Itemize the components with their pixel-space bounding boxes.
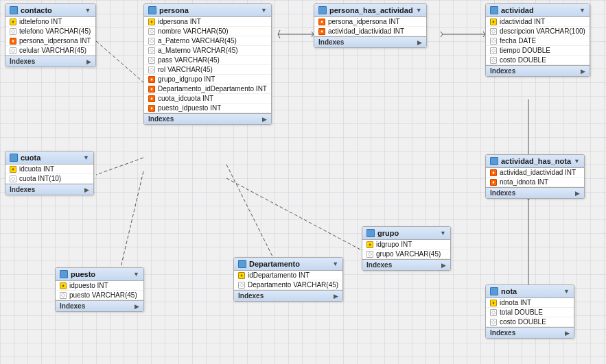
table-header-Departamento[interactable]: Departamento ▼ [234, 258, 342, 271]
svg-line-8 [441, 34, 443, 37]
field-icon-regular: ◇ [490, 319, 497, 326]
svg-line-17 [226, 165, 275, 260]
table-indexes-nota[interactable]: Indexes ▶ [486, 327, 574, 338]
table-indexes-actividad[interactable]: Indexes ▶ [486, 65, 590, 76]
field-icon-fk: ♦ [490, 179, 497, 186]
table-header-contacto[interactable]: contacto ▼ [5, 4, 95, 17]
table-field: ♦idnota INT [486, 298, 574, 308]
table-indexes-grupo[interactable]: Indexes ▶ [362, 259, 450, 270]
field-label: fecha DATE [500, 37, 536, 45]
field-label: nombre VARCHAR(50) [158, 27, 229, 35]
table-field: ♦cuota_idcuota INT [144, 94, 271, 104]
table-field: ◇celular VARCHAR(45) [5, 46, 95, 56]
indexes-label: Indexes [490, 67, 515, 75]
field-icon-regular: ◇ [10, 28, 16, 35]
table-header-actividad[interactable]: actividad ▼ [486, 4, 590, 17]
table-field: ◇puesto VARCHAR(45) [56, 291, 143, 300]
field-icon-regular: ◇ [490, 28, 497, 35]
table-indexes-persona[interactable]: Indexes ▶ [144, 113, 271, 124]
table-field: ◇Departamento VARCHAR(45) [234, 280, 342, 290]
table-arrow-grupo: ▼ [440, 230, 446, 236]
indexes-arrow: ▶ [84, 186, 89, 193]
field-icon-regular: ◇ [148, 57, 155, 64]
table-icon-persona [148, 6, 156, 14]
table-title-puesto: puesto [71, 270, 130, 278]
indexes-label: Indexes [10, 58, 35, 65]
field-icon-fk: ♦ [10, 38, 16, 45]
indexes-arrow: ▶ [135, 303, 139, 310]
table-field: ♦idpersona INT [144, 17, 271, 27]
indexes-label: Indexes [318, 38, 344, 46]
table-header-persona_has_actividad[interactable]: persona_has_actividad ▼ [314, 4, 426, 17]
table-field: ◇fecha DATE [486, 36, 590, 46]
table-title-persona: persona [159, 6, 258, 14]
table-field: ◇descripcion VARCHAR(100) [486, 27, 590, 36]
field-label: idactividad INT [500, 18, 545, 25]
field-label: idnota INT [500, 299, 531, 306]
table-icon-actividad [490, 6, 498, 14]
field-icon-regular: ◇ [490, 38, 497, 45]
field-label: descripcion VARCHAR(100) [500, 27, 585, 35]
table-icon-cuota [10, 154, 18, 162]
table-icon-contacto [10, 6, 18, 14]
table-indexes-cuota[interactable]: Indexes ▶ [5, 184, 93, 195]
table-header-puesto[interactable]: puesto ▼ [56, 268, 143, 281]
table-persona[interactable]: persona ▼ ♦idpersona INT◇nombre VARCHAR(… [143, 3, 272, 125]
table-field: ◇telefono VARCHAR(45) [5, 27, 95, 36]
field-label: Departamento VARCHAR(45) [248, 281, 338, 289]
table-actividad_has_nota[interactable]: actividad_has_nota ▼ ♦actividad_idactivi… [485, 154, 585, 199]
table-field: ◇rol VARCHAR(45) [144, 65, 271, 75]
table-title-grupo: grupo [377, 229, 437, 237]
table-title-actividad: actividad [501, 6, 576, 14]
indexes-label: Indexes [10, 186, 35, 193]
field-label: idtelefono INT [19, 18, 62, 25]
field-icon-fk: ♦ [318, 19, 325, 25]
table-contacto[interactable]: contacto ▼ ♦idtelefono INT◇telefono VARC… [5, 3, 96, 67]
field-label: rol VARCHAR(45) [158, 66, 213, 73]
table-indexes-puesto[interactable]: Indexes ▶ [56, 300, 143, 311]
svg-line-7 [441, 32, 443, 34]
field-label: a_Paterno VARCHAR(45) [158, 37, 237, 45]
table-indexes-Departamento[interactable]: Indexes ▶ [234, 290, 342, 301]
field-icon-pk: ♦ [10, 19, 16, 25]
table-grupo[interactable]: grupo ▼ ♦idgrupo INT◇grupo VARCHAR(45) I… [362, 226, 451, 271]
svg-line-16 [226, 178, 362, 250]
field-label: costo DOUBLE [500, 56, 546, 64]
table-header-nota[interactable]: nota ▼ [486, 285, 574, 298]
field-label: costo DOUBLE [500, 318, 546, 326]
table-Departamento[interactable]: Departamento ▼ ♦idDepartamento INT◇Depar… [233, 257, 343, 302]
table-indexes-persona_has_actividad[interactable]: Indexes ▶ [314, 36, 426, 47]
field-icon-fk: ♦ [148, 86, 155, 93]
table-arrow-cuota: ▼ [83, 154, 89, 161]
table-actividad[interactable]: actividad ▼ ♦idactividad INT◇descripcion… [485, 3, 590, 77]
table-header-actividad_has_nota[interactable]: actividad_has_nota ▼ [486, 155, 584, 168]
table-field: ◇grupo VARCHAR(45) [362, 250, 450, 259]
table-puesto[interactable]: puesto ▼ ♦idpuesto INT◇puesto VARCHAR(45… [55, 267, 144, 312]
table-header-grupo[interactable]: grupo ▼ [362, 227, 450, 240]
table-field: ♦idactividad INT [486, 17, 590, 27]
field-label: puesto VARCHAR(45) [69, 291, 137, 299]
table-field: ♦grupo_idgrupo INT [144, 75, 271, 84]
table-header-persona[interactable]: persona ▼ [144, 4, 271, 17]
field-icon-fk: ♦ [148, 76, 155, 83]
table-field: ♦persona_idpersona INT [314, 17, 426, 27]
table-indexes-contacto[interactable]: Indexes ▶ [5, 56, 95, 66]
field-icon-pk: ♦ [148, 19, 155, 25]
table-nota[interactable]: nota ▼ ♦idnota INT◇total DOUBLE◇costo DO… [485, 284, 574, 339]
field-label: grupo VARCHAR(45) [376, 250, 441, 258]
table-cuota[interactable]: cuota ▼ ♦idcuota INT◇cuota INT(10) Index… [5, 151, 94, 195]
table-indexes-actividad_has_nota[interactable]: Indexes ▶ [486, 187, 584, 198]
table-header-cuota[interactable]: cuota ▼ [5, 151, 93, 165]
field-icon-regular: ◇ [490, 57, 497, 64]
field-icon-regular: ◇ [10, 175, 16, 182]
field-icon-regular: ◇ [490, 47, 497, 54]
table-field: ♦actividad_idactividad INT [486, 168, 584, 178]
field-label: idDepartamento INT [248, 271, 310, 279]
svg-line-3 [278, 34, 280, 38]
svg-line-2 [278, 30, 280, 34]
table-icon-grupo [366, 229, 375, 237]
table-persona_has_actividad[interactable]: persona_has_actividad ▼ ♦persona_idperso… [314, 3, 427, 48]
field-label: persona_idpersona INT [328, 18, 400, 25]
table-arrow-actividad: ▼ [579, 7, 585, 14]
field-icon-pk: ♦ [60, 282, 67, 289]
